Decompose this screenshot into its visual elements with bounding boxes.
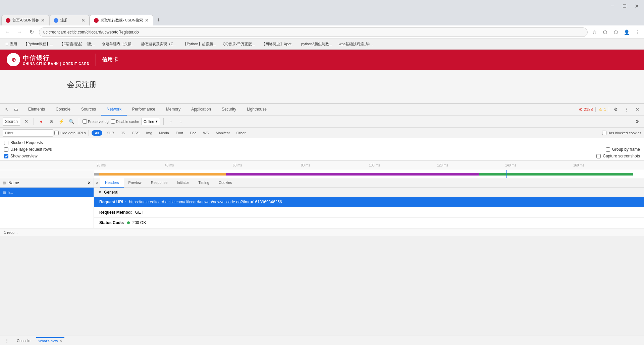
tab-2[interactable]: 注册 ✕ (49, 15, 90, 25)
tab-performance[interactable]: Performance (127, 104, 161, 116)
upload-icon[interactable]: ↑ (167, 118, 175, 126)
show-overview-checkbox[interactable] (4, 154, 8, 158)
detail-tab-response[interactable]: Response (146, 178, 172, 188)
tab-network[interactable]: Network (101, 104, 127, 116)
online-selector[interactable]: Online ▾ (141, 118, 160, 125)
back-button[interactable]: ← (3, 27, 12, 37)
browser-menu-icon[interactable]: ⋮ (633, 28, 641, 36)
hide-data-urls-label[interactable]: Hide data URLs (54, 131, 86, 135)
filter-btn-manifest[interactable]: Manifest (213, 130, 232, 136)
filter-input[interactable] (3, 129, 53, 137)
extension-icon-1[interactable]: ⬡ (601, 28, 609, 36)
show-overview-option[interactable]: Show overview (4, 154, 38, 158)
new-tab-button[interactable]: + (153, 15, 164, 25)
detail-tab-initiator[interactable]: Initiator (172, 178, 194, 188)
request-url-value[interactable]: https://uc.creditcard.ecitic.com/citicca… (129, 200, 282, 204)
blocked-cookies-checkbox[interactable] (602, 131, 606, 135)
close-icon-name[interactable]: ✕ (88, 181, 91, 185)
bookmark-8[interactable]: python3爬虫与数... (299, 41, 335, 47)
filter-btn-css[interactable]: CSS (129, 130, 142, 136)
disable-cache-label[interactable]: Disable cache (111, 119, 139, 124)
filter-btn-media[interactable]: Media (156, 130, 172, 136)
blocked-requests-option[interactable]: Blocked Requests (4, 140, 43, 145)
filter-btn-js[interactable]: JS (118, 130, 128, 136)
blocked-cookies-label[interactable]: Has blocked cookies (602, 131, 641, 135)
group-by-frame-option[interactable]: Group by frame (606, 147, 640, 152)
console-tab[interactable]: Console (15, 338, 32, 343)
minimize-button[interactable]: − (608, 1, 617, 11)
tab-2-close[interactable]: ✕ (81, 18, 85, 23)
bottom-menu-icon[interactable]: ⋮ (3, 337, 11, 345)
detail-tab-headers[interactable]: Headers (100, 178, 124, 188)
detail-tab-timing[interactable]: Timing (194, 178, 214, 188)
search-network-icon[interactable]: 🔍 (67, 118, 75, 126)
bookmark-1[interactable]: 【Python教程】... (21, 41, 56, 47)
account-icon[interactable]: 👤 (623, 28, 631, 36)
detail-tab-preview[interactable]: Preview (124, 178, 146, 188)
download-icon[interactable]: ↓ (177, 118, 185, 126)
url-bar[interactable]: uc.creditcard.ecitic.com/citiccard/ucweb… (39, 27, 588, 37)
network-settings-icon[interactable]: ⚙ (633, 118, 641, 126)
tab-sources[interactable]: Sources (76, 104, 101, 116)
bookmark-7[interactable]: 【网络爬虫】Xpat... (259, 41, 297, 47)
filter-btn-ws[interactable]: WS (200, 130, 212, 136)
large-rows-option[interactable]: Use large request rows (4, 147, 52, 152)
search-clear-icon[interactable]: ✕ (22, 118, 30, 126)
record-icon[interactable]: ● (37, 118, 45, 126)
bookmark-4[interactable]: 静态链表及实现（C... (139, 41, 179, 47)
capture-screenshots-checkbox[interactable] (596, 154, 601, 158)
tab-elements[interactable]: Elements (23, 104, 50, 116)
reload-button[interactable]: ↻ (27, 27, 36, 37)
bookmark-icon[interactable]: ☆ (590, 28, 598, 36)
detail-close-icon[interactable]: × (94, 181, 100, 185)
stop-recording-icon[interactable]: ⊘ (47, 118, 55, 126)
extension-icon-2[interactable]: ⬡ (612, 28, 620, 36)
request-row-1[interactable]: ▤ n... (0, 188, 94, 197)
tab-application[interactable]: Application (186, 104, 216, 116)
blocked-requests-checkbox[interactable] (4, 141, 8, 145)
tab-3[interactable]: 爬取银行数据- CSDN搜索 ✕ (90, 15, 153, 25)
filter-btn-doc[interactable]: Doc (187, 130, 199, 136)
large-rows-checkbox[interactable] (4, 147, 8, 152)
preserve-log-label[interactable]: Preserve log (83, 119, 109, 124)
devtools-close-icon[interactable]: ✕ (633, 106, 641, 114)
tab-memory[interactable]: Memory (161, 104, 186, 116)
capture-screenshots-option[interactable]: Capture screenshots (596, 154, 640, 158)
forward-button[interactable]: → (15, 27, 24, 37)
devtools-settings-icon[interactable]: ⚙ (612, 106, 620, 114)
tab-1-close[interactable]: ✕ (41, 18, 45, 23)
bookmark-6[interactable]: QQ音乐-千万正版... (220, 41, 258, 47)
bookmark-9[interactable]: wps基础技巧篇_毕... (336, 41, 375, 47)
filter-btn-all[interactable]: All (92, 130, 102, 136)
filter-btn-xhr[interactable]: XHR (104, 130, 117, 136)
maximize-button[interactable]: □ (620, 1, 629, 11)
bookmark-apps[interactable]: ⊞ 应用 (3, 41, 20, 47)
filter-btn-img[interactable]: Img (144, 130, 155, 136)
filter-btn-font[interactable]: Font (173, 130, 186, 136)
whats-new-close-icon[interactable]: ✕ (59, 339, 62, 343)
bookmark-5[interactable]: 【Python】超强爬... (180, 41, 219, 47)
tab-security[interactable]: Security (216, 104, 241, 116)
filter-icon[interactable]: ⚡ (57, 118, 65, 126)
devtools-more-icon[interactable]: ⋮ (623, 106, 631, 114)
disable-cache-checkbox[interactable] (111, 119, 115, 124)
bookmark-3[interactable]: 创建单链表（头插... (99, 41, 137, 47)
tab-1[interactable]: 首页-CSDN博客 ✕ (1, 15, 49, 25)
general-header-label: General (104, 190, 118, 195)
general-header[interactable]: ▼ General (94, 188, 644, 197)
request-url-label: Request URL: (99, 200, 126, 204)
devtools-device-icon[interactable]: ▭ (12, 106, 20, 114)
tab-console[interactable]: Console (50, 104, 76, 116)
tab-3-close[interactable]: ✕ (145, 18, 149, 23)
devtools-cursor-icon[interactable]: ↖ (3, 106, 11, 114)
browser-close-button[interactable]: ✕ (632, 1, 641, 11)
filter-btn-other[interactable]: Other (234, 130, 249, 136)
whats-new-tab[interactable]: What's New ✕ (36, 337, 64, 344)
tab-lighthouse[interactable]: Lighthouse (241, 104, 272, 116)
group-by-frame-checkbox[interactable] (606, 147, 610, 152)
detail-tab-cookies[interactable]: Cookies (214, 178, 237, 188)
preserve-log-checkbox[interactable] (83, 119, 87, 124)
bookmark-2[interactable]: 【C语言描述】《数... (57, 41, 98, 47)
tab-2-icon (54, 18, 58, 23)
hide-data-urls-checkbox[interactable] (54, 131, 59, 135)
